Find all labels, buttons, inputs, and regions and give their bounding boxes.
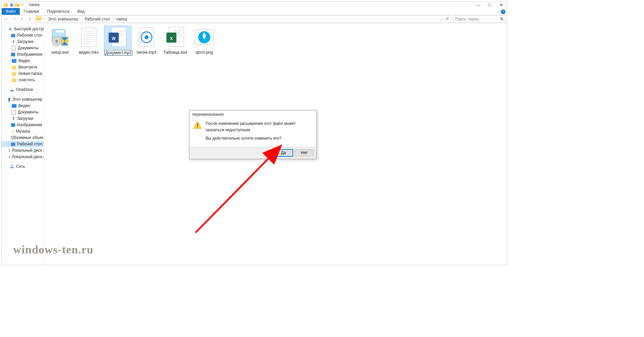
help-icon[interactable]: ? — [501, 9, 505, 14]
address-dropdown-icon[interactable]: ⌄ — [439, 17, 444, 21]
expand-ribbon-icon[interactable]: ⌄ — [496, 10, 499, 13]
window-controls: — □ ✕ — [473, 2, 507, 8]
maximize-button[interactable]: □ — [484, 2, 495, 8]
window-title: папка — [29, 2, 40, 7]
minimize-button[interactable]: — — [473, 2, 484, 8]
new-folder-icon[interactable]: ✶ — [14, 2, 19, 7]
dialog-text: После изменения расширения этот файл мож… — [206, 121, 313, 142]
sidebar-item-drive[interactable]: Локальный диск (D — [2, 154, 44, 160]
sidebar-item-pictures[interactable]: Изображения — [2, 122, 44, 128]
file-label: setup.exe — [47, 50, 73, 55]
forward-button[interactable]: → — [11, 16, 17, 22]
breadcrumb-segment[interactable]: Рабочий стол — [85, 17, 110, 21]
navigation-pane: ˅★Быстрый доступ Рабочий стол ⬇Загрузки … — [2, 23, 44, 265]
excel-file-icon: X — [164, 26, 187, 49]
word-file-icon: W — [106, 26, 129, 49]
breadcrumb-segment[interactable]: Этот компьютер — [48, 17, 78, 21]
search-placeholder: Поиск: папка — [455, 17, 479, 21]
sidebar-item-videos[interactable]: Видео — [2, 58, 44, 64]
sidebar-item-documents[interactable]: Документы — [2, 109, 44, 115]
chevron-right-icon[interactable]: › — [43, 17, 47, 21]
dialog-title: переименование — [190, 110, 316, 118]
chevron-right-icon[interactable]: › — [111, 17, 115, 21]
installer-icon — [49, 26, 71, 49]
dialog-question: Вы действительно хотите изменить его? — [206, 135, 313, 142]
sidebar-item-desktop[interactable]: Рабочий стол — [2, 32, 44, 39]
sidebar-item-music[interactable]: ♪Музыка — [2, 128, 44, 135]
file-label: Таблица.xlsx — [162, 50, 189, 55]
file-label-editing[interactable]: Документ.mp3 — [104, 50, 133, 55]
sidebar-item-drive[interactable]: Локальный диск (C — [2, 147, 44, 154]
search-input[interactable]: Поиск: папка 🔍︎ — [453, 15, 505, 23]
chevron-right-icon[interactable]: › — [79, 17, 83, 21]
up-button[interactable]: ↑ — [27, 16, 33, 22]
back-button[interactable]: ← — [3, 16, 9, 22]
warning-icon — [193, 121, 202, 130]
sidebar-item-folder[interactable]: очистить — [2, 77, 44, 83]
explorer-window: ▣ ✶ ▾ папка — □ ✕ Файл Главная Поделитьс… — [1, 1, 507, 265]
ribbon: Файл Главная Поделиться Вид ⌄ ? — [2, 8, 507, 15]
dialog-message: После изменения расширения этот файл мож… — [206, 121, 313, 133]
sidebar-item-videos[interactable]: Видео — [2, 103, 44, 109]
watermark-text: windows-ten.ru — [13, 243, 94, 256]
breadcrumb-segment[interactable]: папка — [116, 17, 127, 21]
sidebar-network[interactable]: ›🖧Сеть — [2, 163, 44, 170]
svg-rect-34 — [197, 124, 198, 126]
svg-text:X: X — [170, 36, 173, 41]
sidebar-quick-access[interactable]: ˅★Быстрый доступ — [2, 26, 44, 32]
sidebar-item-desktop[interactable]: Рабочий стол — [2, 141, 44, 147]
svg-rect-35 — [197, 127, 198, 128]
address-right-controls: ⌄ ⟳ — [439, 17, 451, 21]
properties-icon[interactable]: ▣ — [9, 2, 14, 7]
sidebar-this-pc[interactable]: ˅Этот компьютер — [2, 96, 44, 103]
recent-dropdown[interactable]: ▾ — [19, 17, 25, 21]
file-item[interactable]: песня.mp3 — [133, 26, 160, 55]
refresh-icon[interactable]: ⟳ — [444, 17, 450, 21]
file-list: setup.exe видео.mkv W Документ.mp3 — [47, 26, 504, 55]
sidebar-item-3dobjects[interactable]: Объемные объекты — [2, 135, 44, 141]
search-icon: 🔍︎ — [500, 17, 504, 21]
no-button[interactable]: Нет — [295, 149, 314, 156]
rename-confirm-dialog: переименование После изменения расширени… — [189, 110, 317, 159]
file-label: фото.png — [191, 50, 218, 55]
dialog-footer: Да Нет — [190, 147, 316, 159]
file-item[interactable]: фото.png — [191, 26, 218, 55]
audio-file-icon — [135, 26, 158, 49]
quick-access-toolbar: ▣ ✶ ▾ — [4, 2, 24, 7]
tab-share[interactable]: Поделиться — [43, 8, 73, 15]
sidebar-item-folder[interactable]: Новая папка — [2, 70, 44, 77]
folder-icon — [4, 2, 8, 7]
sidebar-item-folder[interactable]: Вконтакте — [2, 64, 44, 70]
file-label: песня.mp3 — [133, 50, 160, 55]
yes-button[interactable]: Да — [274, 149, 293, 156]
tab-view[interactable]: Вид — [73, 8, 89, 15]
svg-text:W: W — [112, 36, 116, 41]
file-item[interactable]: X Таблица.xlsx — [162, 26, 189, 55]
sidebar-item-downloads[interactable]: ⬇Загрузки — [2, 39, 44, 45]
qat-dropdown-icon[interactable]: ▾ — [20, 2, 24, 7]
tab-home[interactable]: Главная — [20, 8, 43, 15]
sidebar-item-pictures[interactable]: Изображения — [2, 51, 44, 58]
folder-icon — [36, 16, 42, 22]
file-item-selected[interactable]: W Документ.mp3 — [104, 26, 131, 55]
sidebar-item-documents[interactable]: Документы — [2, 45, 44, 51]
file-tab[interactable]: Файл — [2, 8, 20, 15]
text-file-icon — [77, 26, 100, 49]
sidebar-item-downloads[interactable]: ⬇Загрузки — [2, 115, 44, 122]
address-bar[interactable]: › Этот компьютер › Рабочий стол › папка … — [35, 15, 451, 23]
svg-rect-1 — [56, 31, 64, 33]
svg-point-22 — [145, 35, 149, 39]
file-label: видео.mkv — [75, 50, 102, 55]
title-bar: ▣ ✶ ▾ папка — □ ✕ — [2, 2, 507, 8]
file-item[interactable]: setup.exe — [47, 26, 73, 55]
svg-point-3 — [55, 40, 58, 43]
sidebar-onedrive[interactable]: ›☁OneDrive — [2, 87, 44, 93]
image-file-icon — [193, 26, 216, 49]
close-button[interactable]: ✕ — [495, 2, 507, 8]
file-item[interactable]: видео.mkv — [75, 26, 102, 55]
address-bar-row: ← → ▾ ↑ › Этот компьютер › Рабочий стол … — [2, 15, 507, 23]
